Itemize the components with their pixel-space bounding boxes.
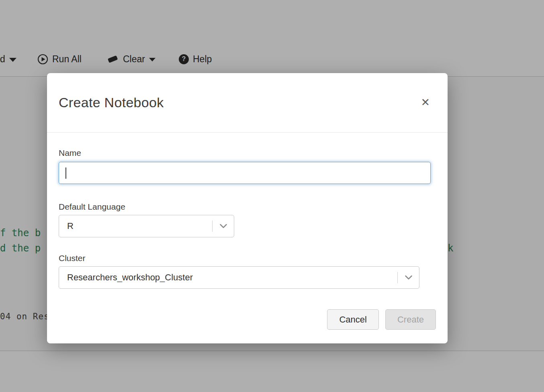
create-notebook-modal: Create Notebook ✕ Name Default Language … [47, 73, 448, 343]
text-cursor [65, 167, 66, 179]
name-label: Name [59, 148, 431, 158]
modal-body: Name Default Language R Cluster Research… [47, 148, 448, 330]
modal-footer: Cancel Create [59, 309, 436, 330]
language-label: Default Language [59, 202, 431, 212]
create-button[interactable]: Create [385, 309, 436, 330]
cancel-button[interactable]: Cancel [327, 309, 378, 330]
close-icon[interactable]: ✕ [421, 97, 430, 108]
chevron-down-icon [398, 275, 419, 280]
cluster-select[interactable]: Researchers_workshop_Cluster [59, 266, 419, 289]
chevron-down-icon [213, 224, 234, 229]
screen: d Run All Clear ? Help f the b d the [0, 0, 544, 392]
modal-header: Create Notebook ✕ [47, 73, 448, 133]
language-select-value: R [59, 221, 212, 231]
modal-title: Create Notebook [59, 95, 164, 110]
name-input[interactable] [59, 162, 431, 184]
language-select[interactable]: R [59, 215, 234, 237]
name-input-wrap [59, 162, 431, 184]
cluster-select-value: Researchers_workshop_Cluster [59, 272, 397, 283]
cluster-label: Cluster [59, 253, 431, 263]
